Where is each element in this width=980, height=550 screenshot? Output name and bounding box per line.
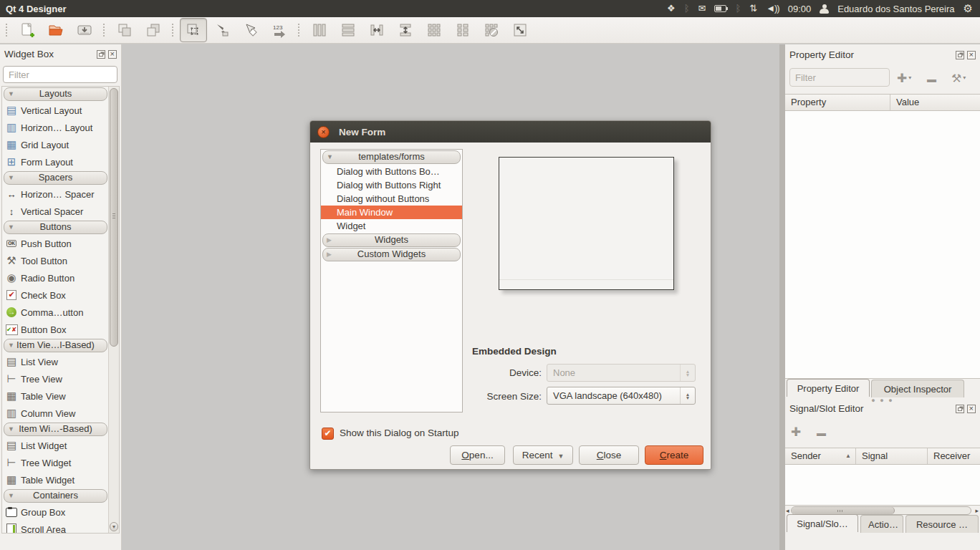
widgetbox-item[interactable]: ⊢Tree Widget: [2, 454, 109, 471]
widgetbox-item[interactable]: ✔Check Box: [2, 286, 109, 304]
toolbar-button-layout-grid[interactable]: [421, 18, 448, 42]
close-panel-icon[interactable]: [967, 405, 976, 413]
column-value[interactable]: Value: [890, 95, 980, 110]
widgetbox-item[interactable]: ▥Column View: [2, 405, 109, 422]
template-category-header[interactable]: ▶Custom Widgets: [322, 248, 461, 261]
widgetbox-item[interactable]: Group Box: [2, 503, 109, 521]
toolbar-button-paste-widget[interactable]: [140, 18, 167, 42]
widgetbox-section-header[interactable]: ▼Layouts: [4, 87, 107, 101]
widgetbox-item[interactable]: ↕Vertical Spacer: [2, 203, 109, 220]
open-button[interactable]: Open...: [450, 445, 505, 465]
clock[interactable]: 09:00: [788, 4, 812, 14]
template-item[interactable]: Dialog without Buttons: [321, 192, 462, 206]
widgetbox-item[interactable]: ▦Table Widget: [2, 471, 109, 488]
widgetbox-section-header[interactable]: ▼Buttons: [4, 221, 107, 234]
close-panel-icon[interactable]: [967, 51, 976, 59]
add-connection-button[interactable]: ✚: [791, 423, 801, 440]
battery-icon[interactable]: [714, 5, 726, 12]
user-menu[interactable]: Eduardo dos Santos Pereira: [837, 4, 954, 14]
widgetbox-item[interactable]: ⊞Form Layout: [2, 153, 109, 170]
toolbar-button-copy-widget[interactable]: [111, 18, 138, 42]
scrollbar-thumb[interactable]: [792, 507, 895, 514]
volume-icon[interactable]: ◄)): [766, 0, 779, 17]
property-filter-input[interactable]: [789, 68, 890, 87]
toolbar-button-layout-horizontal[interactable]: [306, 18, 333, 42]
remove-connection-button[interactable]: ▬: [817, 423, 825, 440]
session-gear-icon[interactable]: ⚙: [964, 0, 973, 17]
network-arrows-icon[interactable]: ⇅: [749, 0, 757, 17]
toolbar-button-break-layout[interactable]: [478, 18, 505, 42]
bluetooth-icon[interactable]: ᛒ: [735, 0, 741, 17]
widgetbox-item[interactable]: ⊢Tree View: [2, 370, 109, 387]
toolbar-button-edit-tab-order[interactable]: 123: [266, 18, 293, 42]
toolbar-button-edit-buddies[interactable]: [237, 18, 264, 42]
tab-resource--[interactable]: Resource …: [905, 515, 979, 533]
column-receiver[interactable]: Receiver: [928, 448, 980, 464]
tab-property-editor[interactable]: Property Editor: [787, 379, 870, 397]
widgetbox-item[interactable]: →Comma…utton: [2, 304, 109, 321]
toolbar-button-save-form[interactable]: [71, 18, 98, 42]
column-sender[interactable]: Sender ▲: [785, 448, 856, 464]
connection-table-body[interactable]: [785, 465, 980, 506]
widgetbox-item[interactable]: ↔Horizon… Spacer: [2, 185, 109, 203]
close-panel-icon[interactable]: [108, 50, 117, 59]
toolbar-button-open-form[interactable]: [42, 18, 69, 42]
bluetooth-icon[interactable]: ᛒ: [684, 0, 690, 17]
tab-signal-slo-[interactable]: Signal/Slo…: [787, 514, 858, 532]
widgetbox-section-header[interactable]: ▼Item Vie…l-Based): [4, 339, 107, 352]
dialog-titlebar[interactable]: × New Form: [310, 121, 711, 143]
add-property-button[interactable]: ✚▾: [897, 69, 911, 86]
widgetbox-item[interactable]: ▤List View: [2, 353, 109, 370]
template-item[interactable]: Dialog with Buttons Bo…: [321, 165, 462, 178]
mail-icon[interactable]: ✉: [698, 0, 706, 17]
panel-splitter[interactable]: [779, 44, 785, 550]
toolbar-button-layout-form[interactable]: [449, 18, 476, 42]
widgetbox-item[interactable]: ▥Horizon… Layout: [2, 119, 109, 136]
float-panel-icon[interactable]: [956, 51, 964, 59]
widgetbox-item[interactable]: ▦Table View: [2, 387, 109, 405]
widgetbox-item[interactable]: ◉Radio Button: [2, 269, 109, 286]
toolbar-button-layout-horizontal-splitter[interactable]: [363, 18, 390, 42]
scrollbar-down-arrow-icon[interactable]: ▾: [110, 522, 118, 531]
toolbar-button-edit-widgets[interactable]: [180, 18, 207, 42]
create-button[interactable]: Create: [645, 445, 703, 465]
widgetbox-item[interactable]: ✔✘Button Box: [2, 321, 109, 338]
column-signal[interactable]: Signal: [856, 448, 928, 464]
recent-button[interactable]: Recent▼: [513, 445, 573, 465]
widgetbox-item[interactable]: ▤List Widget: [2, 437, 109, 454]
template-category-header[interactable]: ▶Widgets: [322, 233, 461, 247]
column-property[interactable]: Property: [785, 95, 890, 110]
configure-button[interactable]: ⚒▾: [951, 69, 966, 86]
close-button[interactable]: Close: [579, 445, 639, 465]
float-panel-icon[interactable]: [97, 50, 105, 59]
widgetbox-item[interactable]: ▦Grid Layout: [2, 136, 109, 153]
show-on-startup-checkbox[interactable]: ✔: [322, 428, 334, 440]
tab-actio-[interactable]: Actio…: [860, 515, 903, 533]
template-category-header[interactable]: ▼templates/forms: [322, 150, 461, 164]
template-item[interactable]: Widget: [321, 219, 462, 233]
toolbar-button-new-form[interactable]: [14, 18, 41, 42]
widgetbox-section-header[interactable]: ▼Containers: [4, 489, 107, 503]
toolbar-button-edit-signals-slots[interactable]: [208, 18, 236, 42]
remove-property-button[interactable]: ▬: [927, 69, 936, 86]
toolbar-button-adjust-size[interactable]: [506, 18, 534, 42]
toolbar-button-layout-vertical-splitter[interactable]: [392, 18, 419, 42]
widgetbox-section-header[interactable]: ▼Spacers: [4, 171, 107, 185]
tab-object-inspector[interactable]: Object Inspector: [871, 380, 964, 397]
scroll-right-icon[interactable]: ▸: [975, 506, 979, 516]
scrollbar-thumb[interactable]: [110, 88, 118, 347]
widget-box-scrollbar[interactable]: ▾: [108, 87, 119, 533]
float-panel-icon[interactable]: [956, 405, 964, 413]
widgetbox-item[interactable]: ⚒Tool Button: [2, 252, 109, 269]
toolbar-button-layout-vertical[interactable]: [335, 18, 362, 42]
property-table-body[interactable]: [785, 111, 980, 379]
widgetbox-section-header[interactable]: ▼Item Wi…-Based): [4, 423, 107, 436]
template-item[interactable]: Dialog with Buttons Right: [321, 178, 462, 192]
widgetbox-item[interactable]: OKPush Button: [2, 235, 109, 252]
widget-box-filter-input[interactable]: [3, 66, 117, 83]
template-item-selected[interactable]: Main Window: [321, 206, 462, 219]
widgetbox-item[interactable]: ▤Vertical Layout: [2, 102, 109, 119]
widgetbox-item[interactable]: Scroll Area: [2, 521, 109, 534]
close-window-icon[interactable]: ×: [317, 126, 330, 138]
screen-size-combobox[interactable]: VGA landscape (640x480) ▲▼: [547, 387, 696, 405]
